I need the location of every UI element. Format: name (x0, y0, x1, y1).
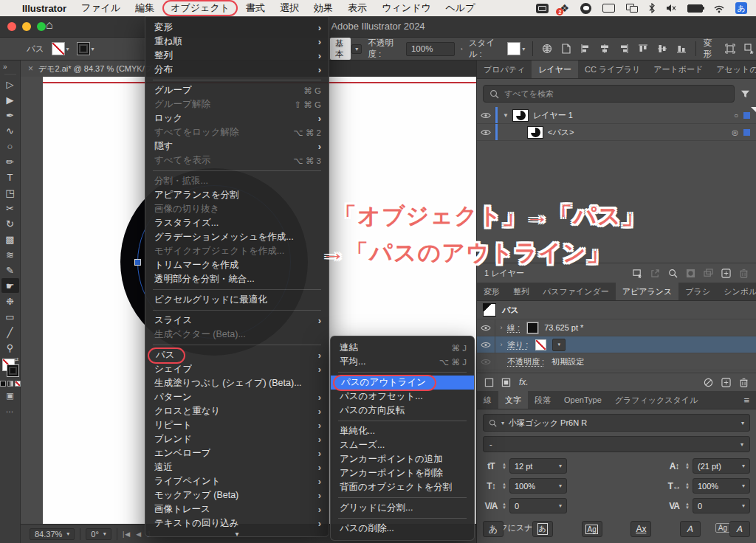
chevron-down-icon[interactable]: ▾ (552, 339, 566, 351)
menubar-item-2[interactable]: 編集 (128, 1, 162, 15)
stroke-color-swatch-icon[interactable] (527, 322, 538, 333)
chevron-down-icon[interactable]: ▾ (351, 44, 362, 54)
menubar-item-6[interactable]: 効果 (306, 1, 340, 15)
object-menu-item-7[interactable]: ロック› (145, 111, 329, 125)
new-stroke-icon[interactable] (484, 378, 494, 387)
free-transform-icon[interactable] (724, 42, 737, 55)
layers-search-input[interactable]: すべてを検索 (483, 85, 735, 103)
brush-definition-select[interactable]: 基本 (330, 38, 351, 60)
swap-fill-stroke-icon[interactable]: ⇄ (14, 356, 19, 363)
path-submenu-item-3[interactable]: パスのアウトライン (331, 376, 474, 390)
align-h-left-icon[interactable] (579, 42, 592, 55)
snap-glyph-ag-icon[interactable]: Ag (582, 521, 602, 537)
tab-シンボル[interactable]: シンボル (717, 283, 756, 300)
tab-プロパティ[interactable]: プロパティ (477, 60, 532, 78)
pen-tool[interactable]: ✒ (1, 108, 19, 122)
path-submenu-item-10[interactable]: アンカーポイントを削除 (331, 466, 474, 480)
knife-tool[interactable]: ╱ (1, 325, 19, 339)
align-h-right-icon[interactable] (617, 42, 630, 55)
object-menu-item-26[interactable]: パス› (145, 348, 329, 362)
object-menu-item-0[interactable]: 変形› (145, 21, 329, 35)
none-button[interactable] (15, 381, 21, 387)
rotate-tool[interactable]: ↻ (1, 216, 19, 231)
curvature-tool[interactable]: ∿ (1, 123, 19, 138)
visibility-eye-icon[interactable] (477, 107, 495, 123)
gradient-tool[interactable]: ▩ (1, 232, 19, 246)
stepper-icon[interactable]: ▲▼ (685, 483, 690, 490)
layer-name[interactable]: レイヤー 1 (533, 110, 573, 121)
tracking-input[interactable]: 0▾ (693, 498, 750, 513)
mirroring-icon[interactable] (626, 2, 638, 14)
color-button[interactable] (0, 381, 6, 387)
tab-OpenType[interactable]: OpenType (557, 391, 608, 409)
graphic-style-control[interactable]: ▾ (507, 42, 525, 55)
menubar-item-1[interactable]: ファイル (74, 1, 128, 15)
font-size-field[interactable]: tT▲▼12 pt▾ (483, 458, 567, 474)
appearance-attribute-label[interactable]: 不透明度 : (507, 356, 544, 367)
kerning-input[interactable]: 0▾ (509, 498, 567, 513)
fill-none-swatch-icon[interactable] (535, 339, 546, 350)
stroke-swatch-icon[interactable] (7, 364, 19, 377)
object-menu-item-33[interactable]: エンベロープ› (145, 446, 329, 460)
ax-feature-icon[interactable]: Ax (630, 521, 651, 537)
path-submenu-item-7[interactable]: 単純化... (331, 424, 474, 438)
path-submenu-item-9[interactable]: アンカーポイントの追加 (331, 452, 474, 466)
tab-パスファインダー[interactable]: パスファインダー (536, 283, 616, 300)
stroke-color-control[interactable]: ▾ (77, 42, 94, 55)
path-submenu-item-1[interactable]: 平均...⌥ ⌘ J (331, 355, 474, 369)
slant-style-icon[interactable]: A (729, 521, 750, 537)
visibility-eye-icon[interactable] (477, 124, 495, 140)
selection-color-square[interactable] (743, 129, 750, 136)
duplicate-item-icon[interactable] (721, 378, 731, 387)
visibility-eye-icon[interactable] (477, 336, 495, 353)
stepper-icon[interactable]: ▲▼ (502, 483, 506, 490)
add-effect-icon[interactable]: fx. (519, 377, 529, 387)
transform-label[interactable]: 変形 (704, 38, 718, 60)
object-menu-item-15[interactable]: ラスタライズ... (145, 216, 329, 230)
object-menu-item-19[interactable]: 透明部分を分割・統合... (145, 272, 329, 286)
expand-chevron-icon[interactable]: › (495, 324, 507, 331)
object-menu-item-35[interactable]: ライブペイント› (145, 474, 329, 488)
anchor-point[interactable] (134, 259, 141, 266)
expand-chevron-icon[interactable]: ▼ (501, 112, 511, 119)
menubar-item-3[interactable]: オブジェクト (162, 0, 238, 16)
align-h-center-icon[interactable] (598, 42, 611, 55)
paintbrush-tool[interactable]: ✏ (1, 154, 19, 169)
type-tool[interactable]: T (1, 170, 19, 184)
tab-アセットの書き出し[interactable]: アセットの書き出し (709, 60, 756, 78)
font-family-select[interactable]: ▾ 小塚ゴシック Pr6N R ▾ (483, 414, 750, 432)
layer-thumbnail[interactable] (512, 109, 529, 122)
path-submenu-item-13[interactable]: グリッドに分割... (331, 501, 474, 515)
object-menu-item-3[interactable]: 分布› (145, 63, 329, 77)
object-menu-item-27[interactable]: シェイプ› (145, 362, 329, 376)
align-v-center-icon[interactable] (656, 42, 669, 55)
appearance-attribute-label[interactable]: 塗り : (507, 339, 528, 350)
path-submenu-item-15[interactable]: パスの削除... (331, 522, 474, 536)
align-v-top-icon[interactable] (636, 42, 650, 55)
filter-icon[interactable] (740, 89, 750, 99)
tab-アピアランス[interactable]: アピアランス (616, 283, 679, 300)
object-menu-item-18[interactable]: トリムマークを作成 (145, 258, 329, 272)
recolor-icon[interactable] (540, 42, 554, 55)
warichu-icon[interactable]: あ (532, 521, 553, 537)
object-menu-item-5[interactable]: グループ⌘ G (145, 83, 329, 97)
leading-input[interactable]: (21 pt)▾ (693, 458, 750, 474)
flyout-arrow-icon[interactable]: › (461, 46, 463, 52)
object-menu-item-21[interactable]: ピクセルグリッドに最適化 (145, 293, 329, 307)
menubar-item-8[interactable]: ウィンドウ (374, 1, 439, 15)
tab-アートボード[interactable]: アートボード (647, 60, 709, 78)
gradient-button[interactable] (7, 381, 13, 387)
path-submenu-item-4[interactable]: パスのオフセット... (331, 390, 474, 404)
path-submenu-item-5[interactable]: パスの方向反転 (331, 404, 474, 418)
stepper-icon[interactable]: ▲▼ (685, 463, 690, 470)
kerning-field[interactable]: V/A▲▼0▾ (483, 498, 567, 513)
appearance-row[interactable]: ›塗り :▾ (477, 336, 756, 353)
horizontal-scale-field[interactable]: T↔▲▼100%▾ (666, 478, 750, 494)
tab-ブラシ[interactable]: ブラシ (678, 283, 717, 300)
layer-thumbnail[interactable] (527, 126, 543, 139)
path-submenu-item-11[interactable]: 背面のオブジェクトを分割 (331, 480, 474, 494)
path-submenu-item-8[interactable]: スムーズ... (331, 438, 474, 452)
collapse-panel-icon[interactable]: » (0, 62, 7, 72)
scale-tool[interactable]: ◳ (1, 185, 19, 200)
target-circle-icon[interactable]: ○ (734, 111, 738, 120)
